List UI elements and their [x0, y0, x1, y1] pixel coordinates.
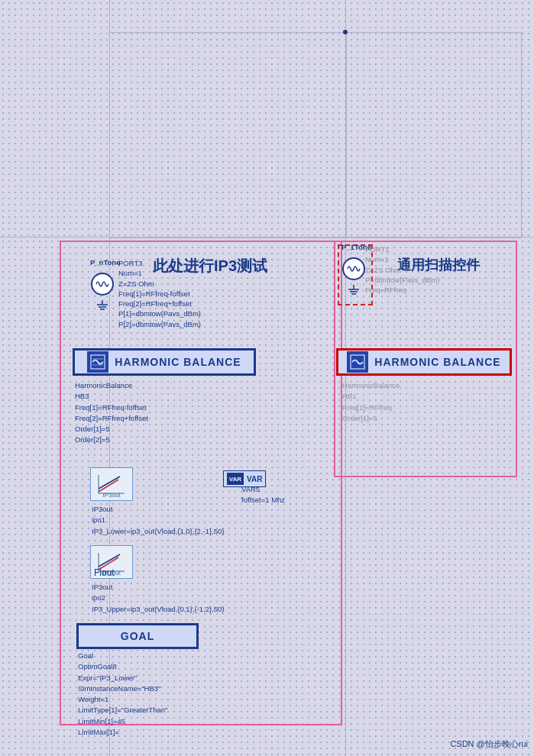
ip3-type-1: IP3out: [92, 504, 225, 515]
hb-left-name: HarmonicBalance: [75, 380, 148, 391]
ptone-left-label: P_nTone: [90, 258, 120, 267]
ptone-right-port: PORT1: [365, 244, 439, 254]
ip3-instance-2: ipo2: [92, 593, 225, 603]
goal-params: Goal OptimGoal8 Expr="IP3_Lower" SimInst…: [78, 651, 167, 738]
hb-left-freq2: Freq[2]=RFfreq+foffset: [75, 413, 148, 424]
hb-label-right: HARMONIC BALANCE: [374, 356, 500, 368]
hb-right-freq1: Freq[1]=RFfreq: [342, 402, 400, 413]
hb-right-instance: HB1: [342, 391, 400, 402]
ptone-right-z: Z=ZS Ohm: [365, 265, 439, 275]
goal-sim: SimInstanceName="HB3": [78, 683, 167, 694]
hb-box-right[interactable]: HARMONIC BALANCE: [336, 348, 512, 376]
ptone-left-params: PORT3 Num=1 Z=ZS Ohm Freq[1]=RFfreq-foff…: [118, 258, 201, 329]
ptone-freq1: Freq[1]=RFfreq-foffset: [118, 289, 201, 299]
ptone-p1: P[1]=dbmtow(Pavs_dBm): [118, 309, 201, 318]
hb-left-order2: Order[2]=5: [75, 435, 148, 445]
goal-name: Goal: [78, 651, 167, 661]
goal-limit-min: LimitMin[1]=45: [78, 716, 167, 727]
ip3-params-2: IP3out ipo2 IP3_Upper=ip3_out(Vload,{0,1…: [92, 582, 225, 615]
ip3-expr-2: IP3_Upper=ip3_out(Vload,{0,1},{-1,2},50): [92, 604, 225, 615]
goal-limit-type: LimitType[1]="GreaterThan": [78, 705, 167, 716]
hb-icon-right: [347, 351, 368, 373]
ptone-right-num: Num=1: [365, 254, 439, 264]
ptone-left-type: P_nTone: [90, 258, 120, 302]
hb-symbol-left: [89, 354, 106, 370]
hb-params-right: HarmonicBalance HB1 Freq[1]=RFfreq Order…: [342, 380, 400, 424]
top-area-right: [346, 32, 522, 238]
ip3-inner-label-1: IP3out: [102, 492, 120, 499]
var-params: VAR5 foffset=1 Mhz: [241, 484, 285, 506]
var-icon: VAR: [227, 473, 244, 485]
ptone-right-freq: Freq=RFfreq: [365, 285, 439, 295]
flout-label: Flout: [94, 567, 115, 578]
ground-symbol-left: [95, 300, 110, 312]
hb-icon-left: [87, 351, 108, 373]
ptone-right-p: P=dbmtow(Pavs_dBm): [365, 275, 439, 285]
goal-box[interactable]: GOAL: [76, 623, 199, 649]
var-label: VAR: [247, 475, 262, 483]
ptone-right-params: PORT1 Num=1 Z=ZS Ohm P=dbmtow(Pavs_dBm) …: [365, 244, 439, 295]
var-name: VAR5: [241, 484, 285, 495]
hb-params-left: HarmonicBalance HB3 Freq[1]=RFfreq-foffs…: [75, 380, 148, 446]
ground-symbol-right: [346, 285, 361, 297]
goal-limit-max: LimitMax[1]=: [78, 727, 167, 738]
goal-expr: Expr="IP3_Lower": [78, 673, 167, 683]
watermark: CSDN @怡步晚心rui: [450, 738, 528, 750]
ptone-right-symbol: [341, 253, 366, 285]
ip3-instance-1: ipo1: [92, 515, 225, 525]
ip3-expr-1: IP3_Lower=ip3_out(Vload,{1,0},{2,-1},50): [92, 526, 225, 537]
goal-label: GOAL: [121, 630, 154, 642]
ptone-p2: P[2]=dbmtow(Pavs_dBm): [118, 319, 201, 329]
ptone-port: PORT3: [118, 258, 201, 268]
ip3-box-1: IP3out: [90, 467, 133, 501]
ptone-num: Num=1: [118, 268, 201, 278]
hb-left-freq1: Freq[1]=RFfreq-foffset: [75, 402, 148, 413]
hb-right-name: HarmonicBalance: [342, 380, 400, 391]
hb-label-left: HARMONIC BALANCE: [115, 356, 241, 368]
hb-box-left[interactable]: HARMONIC BALANCE: [73, 348, 256, 376]
ptone-left-symbol: [90, 268, 115, 300]
ip3-params-1: IP3out ipo1 IP3_Lower=ip3_out(Vload,{1,0…: [92, 504, 225, 537]
var-foffset: foffset=1 Mhz: [241, 495, 285, 506]
ptone-z: Z=ZS Ohm: [118, 279, 201, 289]
goal-instance: OptimGoal8: [78, 661, 167, 672]
junction-dot: [343, 30, 348, 34]
top-area-left: [109, 32, 346, 238]
goal-weight: Weight=1: [78, 694, 167, 705]
hb-left-instance: HB3: [75, 391, 148, 402]
ip3-component-1[interactable]: IP3out: [90, 467, 133, 501]
hb-left-order1: Order[1]=5: [75, 424, 148, 435]
hb-symbol-right: [349, 354, 366, 370]
ptone-freq2: Freq[2]=RFfreq+foffset: [118, 299, 201, 309]
hb-right-order1: Order[1]=5: [342, 413, 400, 424]
ip3-type-2: IP3out: [92, 582, 225, 593]
